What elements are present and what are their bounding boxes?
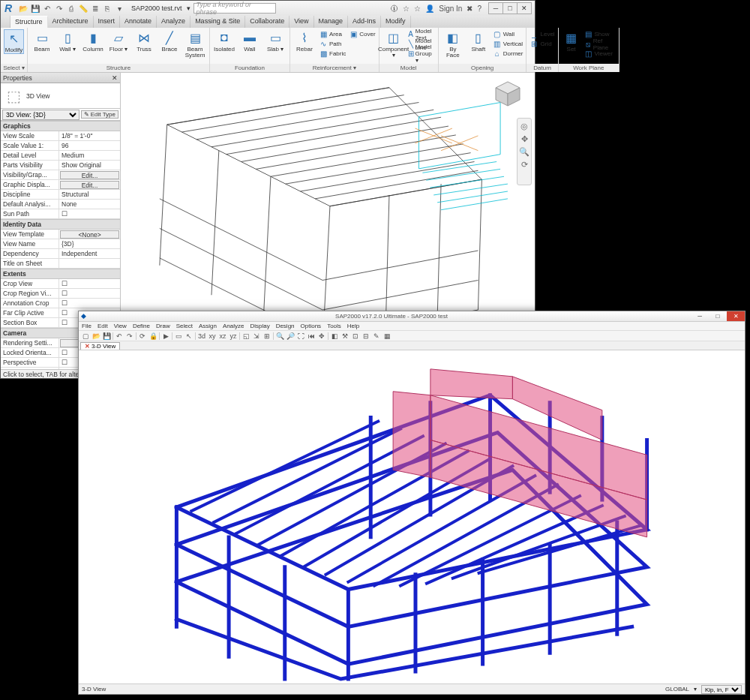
xz-icon[interactable]: xz	[218, 332, 227, 341]
byface-button[interactable]: ◧By Face	[442, 29, 464, 59]
shrink-icon[interactable]: ⇲	[252, 332, 261, 341]
shaft-button[interactable]: ▯Shaft	[467, 29, 490, 53]
property-value[interactable]: None	[59, 200, 120, 209]
menu-edit[interactable]: Edit	[98, 323, 108, 329]
refplane-button[interactable]: ⧅Ref Plane	[584, 39, 616, 49]
navigation-bar[interactable]: ◎ ✥ 🔍 ⟳	[517, 118, 532, 185]
tool-icon[interactable]: ✎	[372, 332, 381, 341]
property-row[interactable]: View Name{3D}	[1, 239, 120, 249]
coord-system[interactable]: GLOBAL	[665, 686, 689, 692]
zoom-icon[interactable]: 🔍	[519, 147, 530, 157]
tab-architecture[interactable]: Architecture	[48, 16, 94, 28]
steering-wheel-icon[interactable]: ◎	[520, 122, 528, 131]
cover-button[interactable]: ▣Cover	[349, 29, 375, 39]
menu-file[interactable]: File	[82, 323, 92, 329]
lock-icon[interactable]: 🔒	[148, 332, 158, 341]
set-display-icon[interactable]: ◧	[330, 332, 339, 341]
property-value[interactable]: Edit...	[60, 171, 119, 179]
rebar-button[interactable]: ⌇Rebar	[293, 29, 316, 53]
zoom-out-icon[interactable]: 🔎	[286, 332, 295, 341]
maximize-button[interactable]: □	[709, 311, 727, 321]
property-value[interactable]: 1/8" = 1'-0"	[59, 131, 120, 140]
measure-icon[interactable]: 📏	[79, 4, 88, 13]
help-icon[interactable]: ?	[477, 5, 482, 13]
property-value[interactable]: Show Original	[59, 161, 120, 170]
property-value[interactable]: Medium	[59, 151, 120, 160]
tab-file[interactable]	[1, 16, 10, 28]
undo-icon[interactable]: ↶	[43, 4, 52, 13]
help-search-input[interactable]: Type a keyword or phrase	[194, 3, 276, 14]
property-value[interactable]	[59, 259, 120, 268]
exchange-icon[interactable]: ✖	[466, 5, 472, 13]
property-value[interactable]	[59, 209, 120, 218]
3d-icon[interactable]: 3d	[197, 332, 206, 341]
redo-icon[interactable]: ↷	[55, 4, 64, 13]
menu-view[interactable]: View	[114, 323, 127, 329]
beam-button[interactable]: ▭Beam	[31, 29, 53, 53]
tab-addins[interactable]: Add-Ins	[348, 16, 381, 28]
sap-3d-viewport[interactable]	[79, 350, 745, 683]
property-row[interactable]: Parts VisibilityShow Original	[1, 161, 120, 170]
tab-manage[interactable]: Manage	[314, 16, 349, 28]
units-select[interactable]: Kip, in, F	[701, 685, 742, 694]
fslab-button[interactable]: ▭Slab ▾	[264, 29, 286, 53]
recent-dropdown-icon[interactable]: ▾	[187, 5, 190, 12]
property-row[interactable]: Crop Region Vi...	[1, 289, 120, 299]
menu-help[interactable]: Help	[347, 323, 359, 329]
object-icon[interactable]: ⊞	[262, 332, 272, 341]
menu-define[interactable]: Define	[133, 323, 150, 329]
signin-label[interactable]: Sign In	[439, 5, 462, 13]
maximize-button[interactable]: □	[502, 2, 518, 14]
menu-design[interactable]: Design	[276, 323, 295, 329]
tab-modify[interactable]: Modify	[381, 16, 411, 28]
tool-icon[interactable]: ▦	[382, 332, 392, 341]
dormer-button[interactable]: ⌂Dormer	[493, 49, 524, 59]
new-icon[interactable]: ▢	[81, 332, 90, 341]
tab-insert[interactable]: Insert	[94, 16, 121, 28]
rubber-icon[interactable]: ▭	[174, 332, 183, 341]
fwall-button[interactable]: ▬Wall	[238, 29, 261, 53]
signin-icon[interactable]: 👤	[425, 5, 434, 13]
tab-massing[interactable]: Massing & Site	[190, 16, 245, 28]
communicate-icon[interactable]: ☆	[403, 5, 410, 13]
menu-display[interactable]: Display	[250, 323, 269, 329]
open-icon[interactable]: 📂	[19, 4, 28, 13]
open-icon[interactable]: 📂	[92, 332, 100, 341]
property-value[interactable]: Independent	[59, 249, 120, 258]
subscription-icon[interactable]: 🛈	[391, 5, 398, 13]
property-row[interactable]: Visibility/Grap...Edit...	[1, 170, 120, 180]
menu-draw[interactable]: Draw	[156, 323, 170, 329]
view-cube[interactable]	[493, 79, 523, 109]
tool-icon[interactable]: ⊡	[351, 332, 360, 341]
pan-icon[interactable]: ✥	[317, 332, 326, 341]
pan-icon[interactable]: ✥	[521, 134, 528, 144]
redo-icon[interactable]: ↷	[125, 332, 134, 341]
close-icon[interactable]: ✕	[112, 74, 118, 82]
property-row[interactable]: Detail LevelMedium	[1, 151, 120, 161]
properties-header[interactable]: Properties ✕	[1, 73, 120, 83]
viewer-button[interactable]: ◫Viewer	[584, 49, 616, 59]
property-row[interactable]: View Scale1/8" = 1'-0"	[1, 131, 120, 141]
level-button[interactable]: ⎯Level	[530, 29, 554, 39]
property-row[interactable]: Graphic Displa...Edit...	[1, 180, 120, 190]
minimize-button[interactable]: ─	[691, 311, 709, 321]
property-value[interactable]: Structural	[59, 190, 120, 199]
truss-button[interactable]: ⋈Truss	[133, 29, 155, 53]
tab-analyze[interactable]: Analyze	[157, 16, 190, 28]
property-row[interactable]: Title on Sheet	[1, 259, 120, 269]
property-row[interactable]: Default Analysi...None	[1, 200, 120, 209]
property-value[interactable]	[59, 279, 120, 288]
property-row[interactable]: Crop View	[1, 279, 120, 289]
menu-select[interactable]: Select	[176, 323, 193, 329]
property-row[interactable]: DependencyIndependent	[1, 249, 120, 259]
view-selector[interactable]: 3D View: {3D}	[2, 110, 80, 120]
perspective-icon[interactable]: ◱	[242, 332, 250, 341]
property-value[interactable]: {3D}	[59, 239, 120, 248]
menu-options[interactable]: Options	[301, 323, 322, 329]
component-button[interactable]: ◫Component ▾	[382, 29, 405, 59]
zoom-full-icon[interactable]: ⛶	[296, 332, 305, 341]
vertical-button[interactable]: ▥Vertical	[493, 39, 524, 49]
xy-icon[interactable]: xy	[208, 332, 217, 341]
brace-button[interactable]: ╱Brace	[158, 29, 181, 53]
property-group-title[interactable]: Extents	[1, 269, 120, 279]
